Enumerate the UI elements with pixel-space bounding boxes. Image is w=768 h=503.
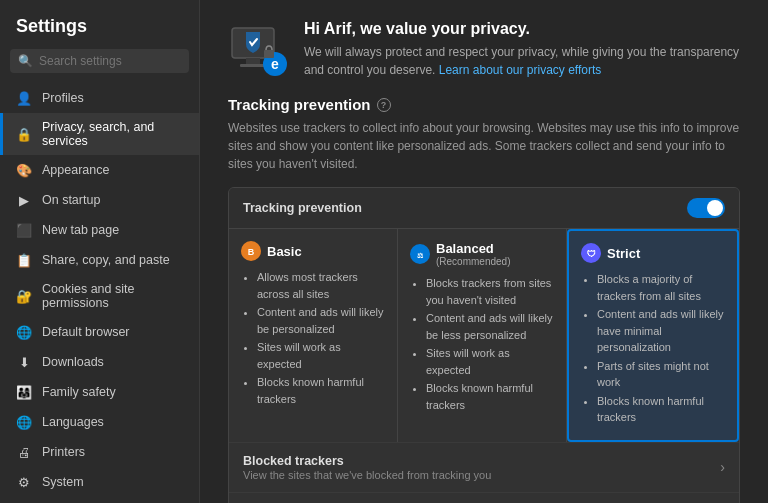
tracking-card: Tracking prevention B Basic Allows xyxy=(228,187,740,503)
sidebar-item-startup[interactable]: ▶ On startup xyxy=(0,185,199,215)
svg-text:⚖: ⚖ xyxy=(417,252,424,259)
strict-list: Blocks a majority of trackers from all s… xyxy=(581,271,725,426)
sidebar-label-printers: Printers xyxy=(42,445,85,459)
sidebar-item-cookies[interactable]: 🔐 Cookies and site permissions xyxy=(0,275,199,317)
privacy-icon: 🔒 xyxy=(16,126,32,142)
option-card-strict[interactable]: 🛡 Strict Blocks a majority of trackers f… xyxy=(567,229,739,442)
startup-icon: ▶ xyxy=(16,192,32,208)
blocked-trackers-title: Blocked trackers xyxy=(243,454,491,468)
sidebar-item-downloads[interactable]: ⬇ Downloads xyxy=(0,347,199,377)
svg-rect-1 xyxy=(246,58,260,64)
downloads-icon: ⬇ xyxy=(16,354,32,370)
tracking-card-header: Tracking prevention xyxy=(229,188,739,229)
search-input[interactable] xyxy=(39,54,181,68)
sidebar: Settings 🔍 👤 Profiles 🔒 Privacy, search,… xyxy=(0,0,200,503)
sidebar-label-startup: On startup xyxy=(42,193,100,207)
sidebar-title: Settings xyxy=(0,12,199,49)
sidebar-item-newtab[interactable]: ⬛ New tab page xyxy=(0,215,199,245)
sidebar-label-downloads: Downloads xyxy=(42,355,104,369)
sidebar-item-reset[interactable]: ↺ Reset settings xyxy=(0,497,199,503)
sidebar-label-system: System xyxy=(42,475,84,489)
tracking-section: Tracking prevention ? Websites use track… xyxy=(200,96,768,503)
sidebar-item-default[interactable]: 🌐 Default browser xyxy=(0,317,199,347)
svg-rect-5 xyxy=(264,50,274,58)
cookies-icon: 🔐 xyxy=(16,288,32,304)
newtab-icon: ⬛ xyxy=(16,222,32,238)
balanced-label: Balanced (Recommended) xyxy=(436,241,510,267)
option-card-basic[interactable]: B Basic Allows most trackers across all … xyxy=(229,229,398,442)
exceptions-row[interactable]: Exceptions Allow all trackers on sites y… xyxy=(229,492,739,504)
search-box[interactable]: 🔍 xyxy=(10,49,189,73)
option-cards: B Basic Allows most trackers across all … xyxy=(229,229,739,442)
sidebar-label-languages: Languages xyxy=(42,415,104,429)
toggle-knob xyxy=(707,200,723,216)
family-icon: 👨‍👩‍👧 xyxy=(16,384,32,400)
sidebar-label-privacy: Privacy, search, and services xyxy=(42,120,183,148)
sidebar-item-profiles[interactable]: 👤 Profiles xyxy=(0,83,199,113)
tracking-title: Tracking prevention ? xyxy=(228,96,740,113)
sidebar-item-appearance[interactable]: 🎨 Appearance xyxy=(0,155,199,185)
svg-text:🛡: 🛡 xyxy=(587,249,596,259)
blocked-trackers-desc: View the sites that we've blocked from t… xyxy=(243,469,491,481)
balanced-list: Blocks trackers from sites you haven't v… xyxy=(410,275,554,413)
balanced-icon: ⚖ xyxy=(410,244,430,264)
svg-text:B: B xyxy=(248,247,255,257)
share-icon: 📋 xyxy=(16,252,32,268)
strict-icon: 🛡 xyxy=(581,243,601,263)
system-icon: ⚙ xyxy=(16,474,32,490)
sidebar-label-default: Default browser xyxy=(42,325,130,339)
default-icon: 🌐 xyxy=(16,324,32,340)
blocked-trackers-chevron: › xyxy=(720,459,725,475)
profiles-icon: 👤 xyxy=(16,90,32,106)
blocked-trackers-row[interactable]: Blocked trackers View the sites that we'… xyxy=(229,442,739,492)
banner-text: Hi Arif, we value your privacy. We will … xyxy=(304,20,740,79)
tracking-card-label: Tracking prevention xyxy=(243,201,362,215)
sidebar-label-profiles: Profiles xyxy=(42,91,84,105)
sidebar-item-languages[interactable]: 🌐 Languages xyxy=(0,407,199,437)
privacy-banner: e Hi Arif, we value your privacy. We wil… xyxy=(200,0,768,96)
sidebar-label-appearance: Appearance xyxy=(42,163,109,177)
sidebar-label-share: Share, copy, and paste xyxy=(42,253,170,267)
option-card-balanced[interactable]: ⚖ Balanced (Recommended) Blocks trackers… xyxy=(398,229,567,442)
sidebar-label-family: Family safety xyxy=(42,385,116,399)
tracking-info-icon[interactable]: ? xyxy=(377,98,391,112)
basic-list: Allows most trackers across all sites Co… xyxy=(241,269,385,407)
sidebar-label-cookies: Cookies and site permissions xyxy=(42,282,183,310)
search-icon: 🔍 xyxy=(18,54,33,68)
balanced-title: ⚖ Balanced (Recommended) xyxy=(410,241,554,267)
svg-rect-2 xyxy=(240,64,266,67)
basic-title: B Basic xyxy=(241,241,385,261)
banner-icon: e xyxy=(228,20,288,80)
sidebar-label-newtab: New tab page xyxy=(42,223,119,237)
sidebar-item-system[interactable]: ⚙ System xyxy=(0,467,199,497)
banner-link[interactable]: Learn about our privacy efforts xyxy=(439,63,602,77)
sidebar-item-family[interactable]: 👨‍👩‍👧 Family safety xyxy=(0,377,199,407)
sidebar-item-share[interactable]: 📋 Share, copy, and paste xyxy=(0,245,199,275)
printers-icon: 🖨 xyxy=(16,444,32,460)
languages-icon: 🌐 xyxy=(16,414,32,430)
basic-icon: B xyxy=(241,241,261,261)
tracking-toggle[interactable] xyxy=(687,198,725,218)
sidebar-item-printers[interactable]: 🖨 Printers xyxy=(0,437,199,467)
banner-desc: We will always protect and respect your … xyxy=(304,43,740,79)
banner-title: Hi Arif, we value your privacy. xyxy=(304,20,740,38)
strict-title: 🛡 Strict xyxy=(581,243,725,263)
sidebar-item-privacy[interactable]: 🔒 Privacy, search, and services xyxy=(0,113,199,155)
tracking-desc: Websites use trackers to collect info ab… xyxy=(228,119,740,173)
appearance-icon: 🎨 xyxy=(16,162,32,178)
main-content: e Hi Arif, we value your privacy. We wil… xyxy=(200,0,768,503)
svg-text:e: e xyxy=(271,56,279,72)
